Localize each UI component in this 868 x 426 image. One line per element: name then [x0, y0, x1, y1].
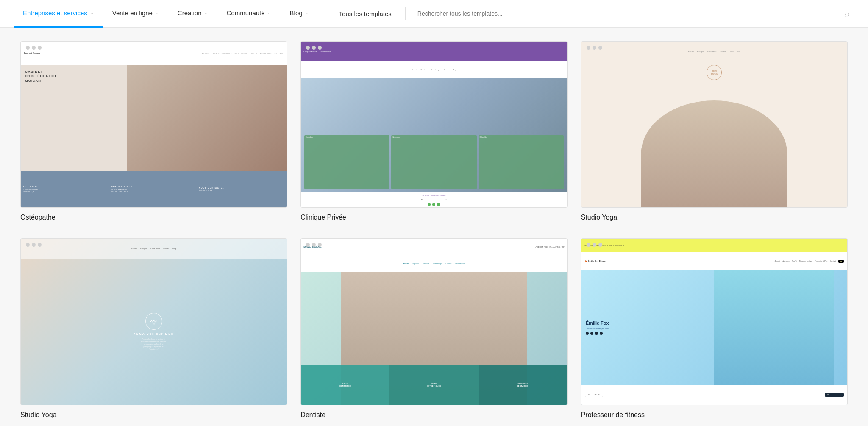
window-dots	[306, 46, 322, 50]
dot-red	[587, 243, 590, 247]
thumb-info-block-1: LE CABINET 1% rue du Château75001 Paris,…	[23, 185, 108, 194]
template-card-yoga2[interactable]: AccueilÀ proposCours privésContactBlog	[20, 238, 287, 418]
main-nav: Entreprises et services ⌄ Vente en ligne…	[0, 0, 868, 28]
window-dots	[306, 243, 322, 247]
nav-item-entreprises[interactable]: Entreprises et services ⌄	[14, 0, 103, 28]
nav-item-communaute[interactable]: Communauté ⌄	[217, 0, 281, 28]
dot-yellow	[593, 243, 596, 247]
search-input[interactable]	[417, 10, 845, 17]
thumb-dent-card-3: URGENCESDENTAIRES	[479, 365, 567, 405]
thumb-btn-reserver: Réserver un cours	[825, 393, 844, 397]
template-card-yoga1[interactable]: AccueilÀ ProposProfesseursContactCoursBl…	[581, 41, 848, 221]
chevron-down-icon: ⌄	[90, 10, 94, 16]
thumb-bottom-text: › Prendre rendez-vous en ligne	[301, 192, 567, 198]
thumb-emilie-inner: 25% sur les réservations avec le code pr…	[581, 239, 847, 404]
template-thumbnail-emilie[interactable]: 25% sur les réservations avec le code pr…	[581, 238, 848, 405]
dot-red	[587, 46, 590, 50]
template-label-osteopathe: Ostéopathe	[20, 214, 287, 221]
template-thumbnail-clinique[interactable]: Clinique Médicale — À votre service Accu…	[300, 41, 567, 208]
templates-grid: Laurent Moisan Accueil · Les ostéopathes…	[0, 28, 868, 426]
thumb-yoga-hero	[581, 82, 847, 207]
nav-item-blog[interactable]: Blog ⌄	[281, 0, 318, 28]
nav-all-templates[interactable]: Tous les templates	[332, 10, 398, 17]
thumb-cards-row: SOINSDENTAIRES SOINSESTHÉTIQUES URGENCES…	[301, 365, 567, 405]
thumb-sdot-3	[437, 203, 440, 206]
thumb-nav-bar: AccueilÀ proposCours privésContactBlog	[21, 239, 287, 259]
dot-yellow	[312, 46, 316, 50]
template-label-yoga1: Studio Yoga	[581, 214, 848, 221]
thumb-top-banner: 25% sur les réservations avec le code pr…	[581, 239, 847, 252]
thumb-hero: CABINETD'OSTÉOPATHIEMOISAN	[21, 65, 287, 171]
window-dots	[587, 243, 602, 247]
dot-yellow	[32, 46, 36, 50]
chevron-down-icon: ⌄	[267, 10, 271, 16]
thumb-sdot-2	[432, 203, 435, 206]
thumb-yoga-person	[641, 100, 787, 207]
svg-point-0	[153, 321, 155, 323]
thumb-hero: SOINSDENTAIRES SOINSESTHÉTIQUES URGENCES…	[301, 272, 567, 405]
thumb-card-1: Cardiologie	[304, 135, 389, 189]
dot-yellow	[593, 46, 596, 50]
template-thumbnail-osteopathe[interactable]: Laurent Moisan Accueil · Les ostéopathes…	[20, 41, 287, 208]
thumb-osteopathe-inner: Laurent Moisan Accueil · Les ostéopathes…	[21, 42, 287, 207]
thumb-dentiste-inner: SOINS. HYGIÈNE. Appelez-nous : 01 23 45 …	[301, 239, 567, 404]
thumb-bottom-bar: Découvrir FoxFit Réserver un cours	[581, 385, 847, 405]
dot-green	[38, 46, 42, 50]
thumb-info-block-3: NOUS CONTACTER T: 01 23 45 67 89	[199, 187, 284, 192]
template-card-osteopathe[interactable]: Laurent Moisan Accueil · Les ostéopathes…	[20, 41, 287, 221]
template-card-emilie[interactable]: 25% sur les réservations avec le code pr…	[581, 238, 848, 418]
template-thumbnail-yoga1[interactable]: AccueilÀ ProposProfesseursContactCoursBl…	[581, 41, 848, 208]
thumb-nav-bar: Laurent Moisan Accueil · Les ostéopathes…	[21, 42, 287, 65]
thumb-sdot-1	[428, 203, 431, 206]
nav-item-vente[interactable]: Vente en ligne ⌄	[103, 0, 168, 28]
thumb-hero: Émilie Fox Découvrez votre pouvoir	[581, 270, 847, 385]
nav-label-blog: Blog	[290, 9, 303, 17]
thumb-hero-person	[714, 270, 834, 385]
thumb-nav-bar: 🦊 Émilie Fox Fitness AccueilÀ proposFoxF…	[581, 252, 847, 270]
thumb-social-dots	[301, 202, 567, 207]
thumb-top-banner: SOINS. HYGIÈNE. Appelez-nous : 01 23 45 …	[301, 239, 567, 255]
template-thumbnail-yoga2[interactable]: AccueilÀ proposCours privésContactBlog	[20, 238, 287, 405]
thumb-logo-circle: SUNYOGA	[707, 65, 722, 80]
nav-label-entreprises: Entreprises et services	[23, 9, 87, 17]
dot-green	[318, 243, 322, 247]
thumb-clinique-inner: Clinique Médicale — À votre service Accu…	[301, 42, 567, 207]
template-card-clinique[interactable]: Clinique Médicale — À votre service Accu…	[300, 41, 567, 221]
thumb-nav-bar: Accueil À proposServicesNotre équipeCont…	[301, 255, 567, 272]
thumb-yoga2-logo	[145, 313, 162, 330]
lotus-icon	[149, 317, 159, 326]
template-thumbnail-dentiste[interactable]: SOINS. HYGIÈNE. Appelez-nous : 01 23 45 …	[300, 238, 567, 405]
template-label-clinique: Clinique Privée	[300, 214, 567, 221]
thumb-btn-decouvrir: Découvrir FoxFit	[585, 393, 603, 397]
thumb-info-block-2: NOS HORAIRES Du lundi au vendredi10h–13h…	[111, 185, 196, 194]
dot-yellow	[312, 243, 316, 247]
dot-green	[598, 243, 602, 247]
thumb-yoga1-inner: AccueilÀ ProposProfesseursContactCoursBl…	[581, 42, 847, 207]
template-label-emilie: Professeur de fitness	[581, 411, 848, 419]
dot-green	[598, 46, 602, 50]
search-icon[interactable]: ⌕	[845, 9, 849, 18]
dot-green	[38, 243, 42, 247]
thumb-hero-img	[127, 65, 287, 171]
template-label-yoga2: Studio Yoga	[20, 411, 287, 419]
thumb-nav-bar: AccueilServicesNotre équipeContactBlog	[301, 61, 567, 78]
thumb-logo-area: SUNYOGA	[581, 61, 847, 82]
nav-label-creation: Création	[178, 9, 202, 17]
thumb-nav-bar: AccueilÀ ProposProfesseursContactCoursBl…	[581, 42, 847, 61]
chevron-down-icon: ⌄	[305, 10, 309, 16]
window-dots	[26, 243, 42, 247]
dot-yellow	[32, 243, 36, 247]
dot-red	[26, 243, 30, 247]
nav-item-creation[interactable]: Création ⌄	[168, 0, 217, 28]
thumb-top-bar: Clinique Médicale — À votre service	[301, 42, 567, 61]
window-dots	[26, 46, 42, 50]
thumb-hero-text: Émilie Fox Découvrez votre pouvoir	[586, 320, 609, 335]
nav-label-vente: Vente en ligne	[112, 9, 153, 17]
template-label-dentiste: Dentiste	[300, 411, 567, 419]
thumb-card-2: Neurologie	[391, 135, 476, 189]
thumb-hero-text: CABINETD'OSTÉOPATHIEMOISAN	[21, 65, 62, 171]
window-dots	[587, 46, 602, 50]
chevron-down-icon: ⌄	[204, 10, 208, 16]
template-card-dentiste[interactable]: SOINS. HYGIÈNE. Appelez-nous : 01 23 45 …	[300, 238, 567, 418]
thumb-card-3: Orthopédie	[479, 135, 564, 189]
